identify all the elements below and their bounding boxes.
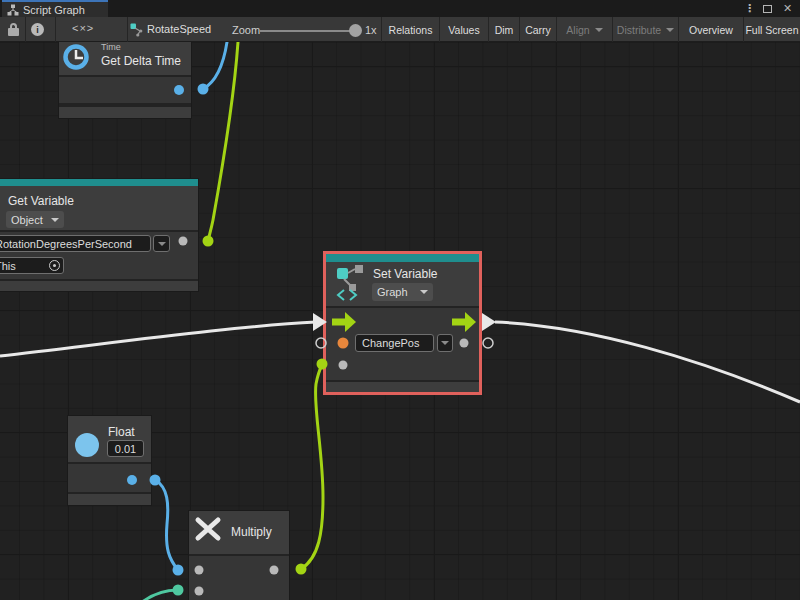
info-icon[interactable]: i [31,23,44,36]
node-set-variable[interactable]: Set Variable Graph ChangePos [326,254,479,392]
wire-get-variable-out [208,42,238,241]
chevron-down-icon [595,28,603,32]
node-title: Get Delta Time [101,54,181,68]
full-screen-button[interactable]: Full Screen [743,17,800,42]
zoom-label: Zoom [232,24,260,36]
chevron-down-icon [666,28,674,32]
wire-float-to-multiply-a [155,480,178,570]
node-title: Set Variable [373,267,437,281]
chevron-down-icon [51,218,59,222]
node-title: Get Variable [8,194,74,208]
zoom-slider-track[interactable] [260,30,354,32]
graph-name-label: RotateSpeed [147,23,211,35]
script-graph-icon [7,4,19,16]
node-get-delta-time[interactable]: Time Get Delta Time [58,42,192,119]
carry-button[interactable]: Carry [519,17,556,42]
node-title: Float [108,425,135,439]
tab-title: Script Graph [23,4,85,16]
tab-bar: Script Graph ⋮ ✕ [0,0,800,17]
port-hollow-right[interactable] [483,338,493,348]
wire-to-multiply-b [141,590,178,600]
node-title: Multiply [231,525,272,539]
chevron-down-icon [158,242,166,246]
float-value-field[interactable]: 0.01 [107,440,144,457]
wire-endpoint-blue [173,565,184,576]
selection-highlight: Set Variable Graph ChangePos [323,251,482,395]
wire-endpoint-green [296,564,307,575]
values-button[interactable]: Values [439,17,488,42]
node-multiply[interactable]: Multiply A A × B B [188,510,290,600]
variable-name-dropdown-button[interactable] [437,334,453,352]
graph-canvas[interactable]: Time Get Delta Time Get Variable Object … [0,42,800,600]
wire-endpoint-blue [198,84,209,95]
window-maximize-icon[interactable] [763,0,772,17]
graph-toolbar: i <×> RotateSpeed Zoom 1x Relations Valu… [0,17,800,42]
wire-flow-out [495,322,800,402]
lock-icon[interactable] [8,23,19,36]
chevron-down-icon [420,290,428,294]
node-category: Time [101,42,121,52]
graph-asset-icon [130,23,144,37]
wire-delta-time-out [203,42,227,89]
chevron-down-icon [441,341,449,345]
variable-name-field[interactable]: RotationDegreesPerSecond [0,235,151,252]
variable-accent-bar [0,179,198,186]
script-graph-window: Script Graph ⋮ ✕ i <×> RotateSpeed Zoom … [0,0,800,600]
variable-accent-bar [326,254,479,262]
variable-name-field[interactable]: ChangePos [355,334,434,352]
wire-endpoint-teal [173,585,184,596]
tab-script-graph[interactable]: Script Graph [2,0,108,17]
object-picker-icon[interactable] [49,260,60,271]
overview-button[interactable]: Overview [678,17,743,42]
zoom-value: 1x [365,24,377,36]
wire-flow-in [0,322,316,356]
align-button[interactable]: Align [556,17,612,42]
variable-name-dropdown-button[interactable] [153,235,170,252]
variable-scope-dropdown[interactable]: Graph [372,283,433,301]
variable-scope-dropdown[interactable]: Object [6,211,64,228]
distribute-button[interactable]: Distribute [612,17,678,42]
node-get-variable[interactable]: Get Variable Object RotationDegreesPerSe… [0,178,199,292]
relations-button[interactable]: Relations [381,17,439,42]
node-float[interactable]: Float 0.01 [67,415,152,506]
wire-multiply-to-set-variable [301,365,323,569]
zoom-slider-handle[interactable] [349,24,362,37]
window-menu-icon[interactable]: ⋮ [744,0,755,17]
variable-target-field[interactable]: This [0,257,64,274]
code-icon[interactable]: <×> [72,22,94,34]
wire-endpoint-green [203,236,214,247]
dim-button[interactable]: Dim [488,17,519,42]
flow-arrow-out[interactable] [482,313,496,331]
window-close-icon[interactable]: ✕ [783,0,792,17]
